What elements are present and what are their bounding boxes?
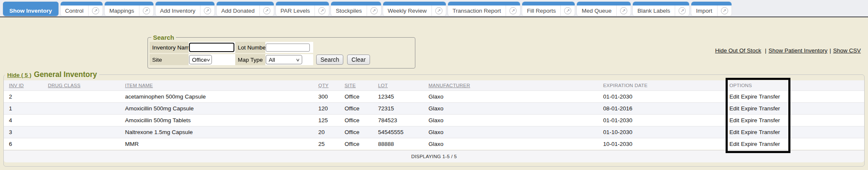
- column-header-expiration-date: EXPIRATION DATE: [598, 80, 724, 90]
- cell-lot: 54545555: [373, 126, 423, 138]
- tab-top-bar: [331, 2, 381, 5]
- tab-fill-reports[interactable]: Fill Reports↗: [522, 2, 575, 16]
- cell-site: Office: [339, 138, 373, 150]
- clear-button[interactable]: Clear: [347, 55, 370, 65]
- column-label: OPTIONS: [729, 83, 752, 88]
- tab-body: Control↗: [61, 5, 103, 16]
- open-in-new-window-icon[interactable]: ↗: [92, 7, 99, 14]
- open-in-new-window-icon[interactable]: ↗: [204, 7, 211, 14]
- table-row: 2acetaminophen 500mg Capsule300Office123…: [4, 90, 864, 102]
- expire-link[interactable]: Expire: [741, 129, 757, 135]
- tab-external-area: ↗: [200, 7, 214, 14]
- cell-item-name: Amoxicillin 500mg Tablets: [120, 114, 313, 126]
- sort-link-manufacturer[interactable]: MANUFACTURER: [428, 83, 470, 88]
- search-button[interactable]: Search: [316, 55, 343, 65]
- cell-drug-class: [43, 138, 120, 150]
- expire-link[interactable]: Expire: [741, 117, 757, 123]
- tab-show-inventory[interactable]: Show Inventory: [3, 2, 58, 16]
- cell-site: Office: [339, 126, 373, 138]
- column-header-lot: LOT: [373, 80, 423, 90]
- edit-link[interactable]: Edit: [729, 105, 739, 112]
- open-in-new-window-icon[interactable]: ↗: [509, 7, 517, 14]
- tab-mappings[interactable]: Mappings↗: [105, 2, 153, 16]
- search-legend: Search: [151, 34, 176, 41]
- tab-label: Fill Reports: [522, 8, 560, 14]
- sort-link-site[interactable]: SITE: [345, 83, 356, 88]
- tab-stockpiles[interactable]: Stockpiles↗: [331, 2, 381, 16]
- tab-body: Stockpiles↗: [331, 5, 381, 16]
- transfer-link[interactable]: Transfer: [759, 141, 780, 147]
- tab-blank-labels[interactable]: Blank Labels↗: [633, 2, 689, 16]
- cell-drug-class: [43, 102, 120, 114]
- edit-link[interactable]: Edit: [729, 93, 739, 100]
- cell-lot: 72315: [373, 102, 423, 114]
- tab-top-bar: [448, 2, 520, 5]
- sort-link-inv-id[interactable]: INV ID: [9, 83, 24, 88]
- sort-link-drug-class[interactable]: DRUG CLASS: [48, 83, 81, 88]
- tab-label: Blank Labels: [633, 8, 675, 14]
- transfer-link[interactable]: Transfer: [759, 93, 780, 100]
- tab-control[interactable]: Control↗: [61, 2, 103, 16]
- edit-link[interactable]: Edit: [729, 117, 739, 123]
- tab-med-queue[interactable]: Med Queue↗: [577, 2, 631, 16]
- transfer-link[interactable]: Transfer: [759, 105, 780, 112]
- open-in-new-window-icon[interactable]: ↗: [370, 7, 378, 14]
- tab-body: Fill Reports↗: [522, 5, 575, 16]
- open-in-new-window-icon[interactable]: ↗: [143, 7, 150, 14]
- tab-top-bar: [633, 2, 689, 5]
- tab-external-area: ↗: [561, 7, 575, 14]
- cell-inv-id: 1: [4, 102, 43, 114]
- cell-inv-id: 6: [4, 138, 43, 150]
- open-in-new-window-icon[interactable]: ↗: [721, 7, 728, 14]
- tab-add-donated[interactable]: Add Donated↗: [217, 2, 274, 16]
- tab-transaction-report[interactable]: Transaction Report↗: [448, 2, 520, 16]
- map-type-select[interactable]: All ∨: [266, 55, 302, 64]
- expire-link[interactable]: Expire: [741, 105, 757, 112]
- table-row: 4Amoxicillin 500mg Tablets125Office78452…: [4, 114, 864, 126]
- edit-link[interactable]: Edit: [729, 141, 739, 147]
- sort-link-lot[interactable]: LOT: [378, 83, 388, 88]
- tab-label: PAR Levels: [276, 8, 315, 14]
- expire-link[interactable]: Expire: [741, 93, 757, 100]
- hide-out-of-stock-link[interactable]: Hide Out Of Stock: [715, 47, 761, 54]
- cell-expiration-date: 01-10-2030: [598, 126, 724, 138]
- cell-manufacturer: Glaxo: [423, 102, 598, 114]
- cell-qty: 125: [313, 114, 339, 126]
- transfer-link[interactable]: Transfer: [759, 129, 780, 135]
- cell-expiration-date: 01-01-2030: [598, 114, 724, 126]
- tab-weekly-review[interactable]: Weekly Review↗: [383, 2, 446, 16]
- cell-qty: 20: [313, 126, 339, 138]
- cell-options: EditExpireTransfer: [724, 114, 864, 126]
- open-in-new-window-icon[interactable]: ↗: [263, 7, 270, 14]
- inventory-name-input[interactable]: [189, 43, 234, 52]
- cell-expiration-date: 08-01-2016: [598, 102, 724, 114]
- open-in-new-window-icon[interactable]: ↗: [620, 7, 627, 14]
- tab-body: Show Inventory: [3, 5, 58, 16]
- tab-par-levels[interactable]: PAR Levels↗: [276, 2, 329, 16]
- cell-lot: 88888: [373, 138, 423, 150]
- open-in-new-window-icon[interactable]: ↗: [318, 7, 326, 14]
- tab-external-area: ↗: [718, 7, 732, 14]
- cell-options: EditExpireTransfer: [724, 138, 864, 150]
- tab-external-area: ↗: [432, 7, 446, 14]
- expire-link[interactable]: Expire: [741, 141, 757, 147]
- edit-link[interactable]: Edit: [729, 129, 739, 135]
- tab-import[interactable]: Import↗: [691, 2, 731, 16]
- hide-section-link[interactable]: Hide ( 5 ): [7, 72, 31, 78]
- show-patient-inventory-link[interactable]: Show Patient Inventory: [768, 47, 827, 54]
- transfer-link[interactable]: Transfer: [759, 117, 780, 123]
- table-header-row: INV IDDRUG CLASSITEM NAMEQTYSITELOTMANUF…: [4, 80, 864, 90]
- sort-link-item-name[interactable]: ITEM NAME: [125, 83, 153, 88]
- sort-link-qty[interactable]: QTY: [318, 83, 328, 88]
- cell-drug-class: [43, 90, 120, 102]
- tab-add-inventory[interactable]: Add Inventory↗: [156, 2, 214, 16]
- inventory-table: INV IDDRUG CLASSITEM NAMEQTYSITELOTMANUF…: [4, 80, 864, 150]
- table-row: 1Amoxicillin 500mg Capsule120Office72315…: [4, 102, 864, 114]
- show-csv-link[interactable]: Show CSV: [833, 47, 861, 54]
- open-in-new-window-icon[interactable]: ↗: [564, 7, 571, 14]
- cell-options: EditExpireTransfer: [724, 90, 864, 102]
- open-in-new-window-icon[interactable]: ↗: [435, 7, 442, 14]
- open-in-new-window-icon[interactable]: ↗: [679, 7, 686, 14]
- site-select[interactable]: Office ∨: [189, 55, 212, 64]
- lot-number-input[interactable]: [266, 44, 310, 52]
